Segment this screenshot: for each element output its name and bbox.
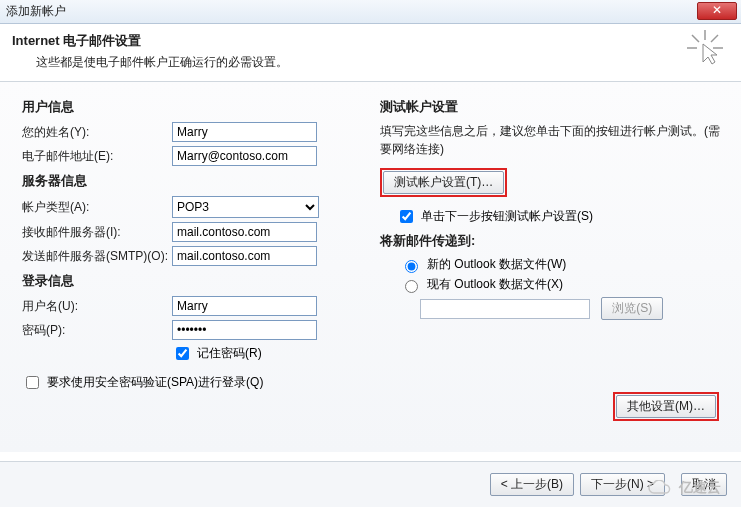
header-title: Internet 电子邮件设置 <box>12 32 729 50</box>
name-input[interactable] <box>172 122 317 142</box>
test-button-highlight: 测试帐户设置(T)… <box>380 168 507 197</box>
login-info-heading: 登录信息 <box>22 272 352 290</box>
header-subtitle: 这些都是使电子邮件帐户正确运行的必需设置。 <box>36 54 729 71</box>
browse-button: 浏览(S) <box>601 297 663 320</box>
incoming-input[interactable] <box>172 222 317 242</box>
footer: < 上一步(B) 下一步(N) > 取消 <box>0 461 741 507</box>
outgoing-input[interactable] <box>172 246 317 266</box>
email-label: 电子邮件地址(E): <box>22 148 172 165</box>
window-title: 添加新帐户 <box>6 3 66 20</box>
test-on-next-checkbox[interactable] <box>400 210 413 223</box>
cursor-icon <box>687 30 723 66</box>
delivery-heading: 将新邮件传递到: <box>380 232 723 250</box>
other-settings-highlight: 其他设置(M)… <box>613 392 719 421</box>
incoming-label: 接收邮件服务器(I): <box>22 224 172 241</box>
back-button[interactable]: < 上一步(B) <box>490 473 574 496</box>
svg-line-3 <box>692 35 699 42</box>
test-on-next-label: 单击下一步按钮测试帐户设置(S) <box>421 208 593 225</box>
test-settings-button[interactable]: 测试帐户设置(T)… <box>383 171 504 194</box>
next-button[interactable]: 下一步(N) > <box>580 473 665 496</box>
password-input[interactable] <box>172 320 317 340</box>
server-info-heading: 服务器信息 <box>22 172 352 190</box>
username-label: 用户名(U): <box>22 298 172 315</box>
outgoing-label: 发送邮件服务器(SMTP)(O): <box>22 248 172 265</box>
other-settings-button[interactable]: 其他设置(M)… <box>616 395 716 418</box>
user-info-heading: 用户信息 <box>22 98 352 116</box>
svg-line-4 <box>711 35 718 42</box>
email-input[interactable] <box>172 146 317 166</box>
account-type-label: 帐户类型(A): <box>22 199 172 216</box>
spa-label: 要求使用安全密码验证(SPA)进行登录(Q) <box>47 374 263 391</box>
close-button[interactable]: ✕ <box>697 2 737 20</box>
remember-password-checkbox[interactable] <box>176 347 189 360</box>
test-heading: 测试帐户设置 <box>380 98 723 116</box>
existing-pst-label: 现有 Outlook 数据文件(X) <box>427 276 563 293</box>
password-label: 密码(P): <box>22 322 172 339</box>
new-pst-label: 新的 Outlook 数据文件(W) <box>427 256 566 273</box>
new-pst-radio[interactable] <box>405 260 418 273</box>
username-input[interactable] <box>172 296 317 316</box>
spa-checkbox[interactable] <box>26 376 39 389</box>
header-band: Internet 电子邮件设置 这些都是使电子邮件帐户正确运行的必需设置。 <box>0 24 741 82</box>
account-type-select[interactable]: POP3 <box>172 196 319 218</box>
cancel-button[interactable]: 取消 <box>681 473 727 496</box>
existing-pst-radio[interactable] <box>405 280 418 293</box>
titlebar: 添加新帐户 ✕ <box>0 0 741 24</box>
name-label: 您的姓名(Y): <box>22 124 172 141</box>
existing-pst-path-input <box>420 299 590 319</box>
left-column: 用户信息 您的姓名(Y): 电子邮件地址(E): 服务器信息 帐户类型(A): … <box>22 92 352 452</box>
remember-password-label: 记住密码(R) <box>197 345 262 362</box>
test-description: 填写完这些信息之后，建议您单击下面的按钮进行帐户测试。(需要网络连接) <box>380 122 723 158</box>
